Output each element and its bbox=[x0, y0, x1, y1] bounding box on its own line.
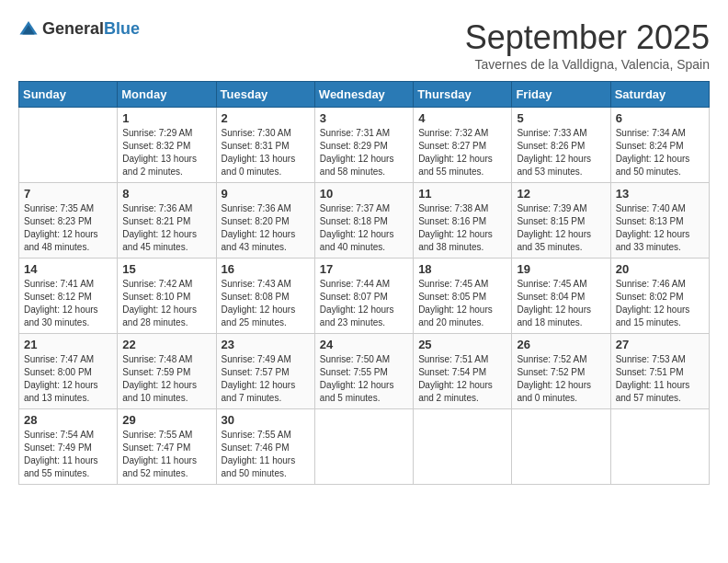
calendar-cell: 16Sunrise: 7:43 AMSunset: 8:08 PMDayligh… bbox=[216, 259, 314, 334]
calendar-cell: 23Sunrise: 7:49 AMSunset: 7:57 PMDayligh… bbox=[216, 334, 314, 409]
day-number: 28 bbox=[24, 413, 112, 427]
calendar-week-2: 14Sunrise: 7:41 AMSunset: 8:12 PMDayligh… bbox=[19, 259, 710, 334]
calendar-cell bbox=[610, 409, 709, 485]
calendar-cell bbox=[314, 409, 413, 485]
day-number: 26 bbox=[517, 338, 605, 351]
calendar-cell: 30Sunrise: 7:55 AMSunset: 7:46 PMDayligh… bbox=[216, 409, 314, 485]
calendar-cell: 17Sunrise: 7:44 AMSunset: 8:07 PMDayligh… bbox=[314, 259, 413, 334]
calendar-cell: 19Sunrise: 7:45 AMSunset: 8:04 PMDayligh… bbox=[512, 259, 610, 334]
calendar-cell: 15Sunrise: 7:42 AMSunset: 8:10 PMDayligh… bbox=[118, 259, 216, 334]
day-number: 11 bbox=[418, 187, 506, 201]
calendar-cell: 12Sunrise: 7:39 AMSunset: 8:15 PMDayligh… bbox=[512, 183, 610, 259]
day-number: 27 bbox=[616, 338, 704, 351]
calendar-week-4: 28Sunrise: 7:54 AMSunset: 7:49 PMDayligh… bbox=[19, 409, 710, 485]
day-info: Sunrise: 7:43 AMSunset: 8:08 PMDaylight:… bbox=[222, 278, 310, 329]
day-number: 4 bbox=[418, 111, 506, 125]
calendar-cell: 11Sunrise: 7:38 AMSunset: 8:16 PMDayligh… bbox=[414, 183, 512, 259]
header-sunday: Sunday bbox=[19, 82, 118, 108]
logo-blue-text: Blue bbox=[104, 19, 140, 38]
calendar-cell: 2Sunrise: 7:30 AMSunset: 8:31 PMDaylight… bbox=[216, 108, 314, 183]
day-number: 23 bbox=[222, 338, 310, 351]
day-info: Sunrise: 7:31 AMSunset: 8:29 PMDaylight:… bbox=[320, 127, 408, 178]
calendar-cell bbox=[414, 409, 512, 485]
day-number: 14 bbox=[24, 262, 112, 276]
calendar-cell: 24Sunrise: 7:50 AMSunset: 7:55 PMDayligh… bbox=[314, 334, 413, 409]
day-info: Sunrise: 7:45 AMSunset: 8:04 PMDaylight:… bbox=[517, 278, 605, 329]
day-info: Sunrise: 7:51 AMSunset: 7:54 PMDaylight:… bbox=[418, 353, 506, 405]
day-info: Sunrise: 7:55 AMSunset: 7:47 PMDaylight:… bbox=[122, 429, 210, 480]
calendar-cell: 26Sunrise: 7:52 AMSunset: 7:52 PMDayligh… bbox=[512, 334, 610, 409]
calendar-cell: 6Sunrise: 7:34 AMSunset: 8:24 PMDaylight… bbox=[610, 108, 709, 183]
page-header: GeneralBlue September 2025 Tavernes de l… bbox=[18, 18, 710, 72]
day-number: 22 bbox=[122, 338, 210, 351]
logo-general-text: General bbox=[42, 19, 104, 38]
day-info: Sunrise: 7:41 AMSunset: 8:12 PMDaylight:… bbox=[24, 278, 112, 329]
day-number: 20 bbox=[616, 262, 704, 276]
day-info: Sunrise: 7:42 AMSunset: 8:10 PMDaylight:… bbox=[122, 278, 210, 329]
header-thursday: Thursday bbox=[414, 82, 512, 108]
day-info: Sunrise: 7:50 AMSunset: 7:55 PMDaylight:… bbox=[320, 353, 408, 405]
calendar-cell: 28Sunrise: 7:54 AMSunset: 7:49 PMDayligh… bbox=[19, 409, 118, 485]
calendar-table: SundayMondayTuesdayWednesdayThursdayFrid… bbox=[18, 81, 710, 485]
calendar-cell: 9Sunrise: 7:36 AMSunset: 8:20 PMDaylight… bbox=[216, 183, 314, 259]
day-number: 30 bbox=[222, 413, 310, 427]
day-number: 12 bbox=[517, 187, 605, 201]
day-number: 5 bbox=[517, 111, 605, 125]
calendar-week-3: 21Sunrise: 7:47 AMSunset: 8:00 PMDayligh… bbox=[19, 334, 710, 409]
day-info: Sunrise: 7:54 AMSunset: 7:49 PMDaylight:… bbox=[24, 429, 112, 480]
calendar-cell: 7Sunrise: 7:35 AMSunset: 8:23 PMDaylight… bbox=[19, 183, 118, 259]
day-info: Sunrise: 7:46 AMSunset: 8:02 PMDaylight:… bbox=[616, 278, 704, 329]
day-number: 18 bbox=[418, 262, 506, 276]
day-info: Sunrise: 7:47 AMSunset: 8:00 PMDaylight:… bbox=[24, 353, 112, 405]
day-info: Sunrise: 7:38 AMSunset: 8:16 PMDaylight:… bbox=[418, 202, 506, 254]
calendar-cell: 4Sunrise: 7:32 AMSunset: 8:27 PMDaylight… bbox=[414, 108, 512, 183]
calendar-cell: 25Sunrise: 7:51 AMSunset: 7:54 PMDayligh… bbox=[414, 334, 512, 409]
header-saturday: Saturday bbox=[610, 82, 709, 108]
calendar-week-0: 1Sunrise: 7:29 AMSunset: 8:32 PMDaylight… bbox=[19, 108, 710, 183]
day-info: Sunrise: 7:49 AMSunset: 7:57 PMDaylight:… bbox=[222, 353, 310, 405]
day-info: Sunrise: 7:33 AMSunset: 8:26 PMDaylight:… bbox=[517, 127, 605, 178]
day-info: Sunrise: 7:39 AMSunset: 8:15 PMDaylight:… bbox=[517, 202, 605, 254]
location-subtitle: Tavernes de la Valldigna, Valencia, Spai… bbox=[465, 57, 710, 72]
day-number: 17 bbox=[320, 262, 408, 276]
calendar-week-1: 7Sunrise: 7:35 AMSunset: 8:23 PMDaylight… bbox=[19, 183, 710, 259]
day-number: 15 bbox=[122, 262, 210, 276]
day-header-row: SundayMondayTuesdayWednesdayThursdayFrid… bbox=[19, 82, 710, 108]
day-info: Sunrise: 7:44 AMSunset: 8:07 PMDaylight:… bbox=[320, 278, 408, 329]
day-number: 6 bbox=[616, 111, 704, 125]
day-info: Sunrise: 7:40 AMSunset: 8:13 PMDaylight:… bbox=[616, 202, 704, 254]
calendar-cell: 1Sunrise: 7:29 AMSunset: 8:32 PMDaylight… bbox=[118, 108, 216, 183]
day-number: 21 bbox=[24, 338, 112, 351]
title-area: September 2025 Tavernes de la Valldigna,… bbox=[465, 18, 710, 72]
header-wednesday: Wednesday bbox=[314, 82, 413, 108]
day-number: 2 bbox=[222, 111, 310, 125]
header-friday: Friday bbox=[512, 82, 610, 108]
calendar-cell: 14Sunrise: 7:41 AMSunset: 8:12 PMDayligh… bbox=[19, 259, 118, 334]
calendar-cell: 21Sunrise: 7:47 AMSunset: 8:00 PMDayligh… bbox=[19, 334, 118, 409]
calendar-cell: 8Sunrise: 7:36 AMSunset: 8:21 PMDaylight… bbox=[118, 183, 216, 259]
day-info: Sunrise: 7:32 AMSunset: 8:27 PMDaylight:… bbox=[418, 127, 506, 178]
calendar-cell bbox=[19, 108, 118, 183]
calendar-cell bbox=[512, 409, 610, 485]
day-number: 19 bbox=[517, 262, 605, 276]
calendar-cell: 29Sunrise: 7:55 AMSunset: 7:47 PMDayligh… bbox=[118, 409, 216, 485]
logo-icon bbox=[18, 18, 39, 39]
day-number: 24 bbox=[320, 338, 408, 351]
day-number: 3 bbox=[320, 111, 408, 125]
day-info: Sunrise: 7:30 AMSunset: 8:31 PMDaylight:… bbox=[222, 127, 310, 178]
day-info: Sunrise: 7:35 AMSunset: 8:23 PMDaylight:… bbox=[24, 202, 112, 254]
day-number: 25 bbox=[418, 338, 506, 351]
calendar-cell: 13Sunrise: 7:40 AMSunset: 8:13 PMDayligh… bbox=[610, 183, 709, 259]
calendar-cell: 20Sunrise: 7:46 AMSunset: 8:02 PMDayligh… bbox=[610, 259, 709, 334]
day-info: Sunrise: 7:29 AMSunset: 8:32 PMDaylight:… bbox=[122, 127, 210, 178]
calendar-cell: 27Sunrise: 7:53 AMSunset: 7:51 PMDayligh… bbox=[610, 334, 709, 409]
day-info: Sunrise: 7:45 AMSunset: 8:05 PMDaylight:… bbox=[418, 278, 506, 329]
day-number: 7 bbox=[24, 187, 112, 201]
day-number: 10 bbox=[320, 187, 408, 201]
calendar-cell: 18Sunrise: 7:45 AMSunset: 8:05 PMDayligh… bbox=[414, 259, 512, 334]
month-title: September 2025 bbox=[465, 18, 710, 57]
day-info: Sunrise: 7:48 AMSunset: 7:59 PMDaylight:… bbox=[122, 353, 210, 405]
calendar-cell: 10Sunrise: 7:37 AMSunset: 8:18 PMDayligh… bbox=[314, 183, 413, 259]
day-info: Sunrise: 7:36 AMSunset: 8:21 PMDaylight:… bbox=[122, 202, 210, 254]
day-info: Sunrise: 7:34 AMSunset: 8:24 PMDaylight:… bbox=[616, 127, 704, 178]
